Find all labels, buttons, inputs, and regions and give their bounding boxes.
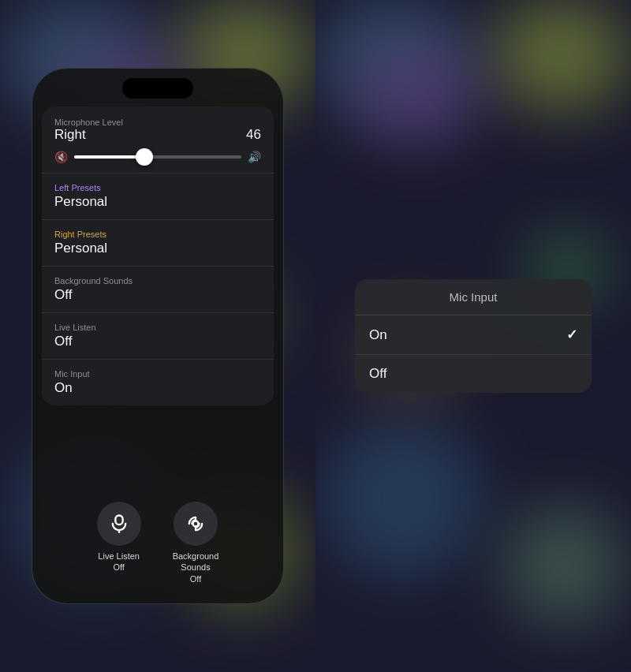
- mic-input-value: On: [54, 380, 261, 396]
- live-listen-button-label: Live ListenOff: [98, 551, 140, 573]
- background-sounds-button[interactable]: BackgroundSoundsOff: [173, 502, 219, 584]
- dropdown-title: Mic Input: [355, 279, 592, 315]
- live-listen-item[interactable]: Live Listen Off: [42, 313, 274, 360]
- dynamic-island: [122, 78, 193, 99]
- left-presets-label: Left Presets: [54, 183, 261, 192]
- volume-high-icon: 🔊: [248, 151, 261, 163]
- mic-input-label: Mic Input: [54, 369, 261, 379]
- slider-track[interactable]: [74, 155, 241, 159]
- mic-level-section: Microphone Level Right 46 🔇 🔊: [42, 106, 274, 174]
- right-presets-label: Right Presets: [54, 230, 261, 239]
- mic-input-dropdown: Mic Input On ✓ Off: [355, 279, 592, 393]
- background-sounds-item[interactable]: Background Sounds Off: [42, 267, 274, 313]
- live-listen-icon: [108, 513, 130, 535]
- left-panel: Microphone Level Right 46 🔇 🔊: [0, 0, 316, 672]
- mic-input-item[interactable]: Mic Input On: [42, 360, 274, 405]
- mic-level-number: 46: [246, 127, 261, 143]
- right-panel: Mic Input On ✓ Off: [316, 0, 631, 672]
- mic-level-value: Right: [54, 127, 86, 143]
- slider-thumb[interactable]: [136, 148, 153, 166]
- settings-menu: Microphone Level Right 46 🔇 🔊: [42, 106, 274, 405]
- dropdown-option-on-label: On: [369, 327, 387, 343]
- background-sounds-button-label: BackgroundSoundsOff: [173, 551, 219, 584]
- right-presets-item[interactable]: Right Presets Personal: [42, 220, 274, 267]
- volume-slider-row: 🔇 🔊: [54, 151, 261, 163]
- checkmark-icon: ✓: [566, 327, 577, 343]
- background-sounds-label: Background Sounds: [54, 276, 261, 286]
- svg-point-0: [193, 521, 199, 527]
- dropdown-option-off[interactable]: Off: [355, 355, 592, 393]
- dropdown-popup: Mic Input On ✓ Off: [355, 279, 592, 393]
- background-sounds-value: Off: [54, 287, 261, 303]
- dropdown-option-on[interactable]: On ✓: [355, 315, 592, 355]
- phone-frame: Microphone Level Right 46 🔇 🔊: [32, 68, 284, 604]
- left-presets-item[interactable]: Left Presets Personal: [42, 174, 274, 220]
- live-listen-value: Off: [54, 334, 261, 349]
- mic-level-label: Microphone Level: [54, 118, 261, 127]
- right-presets-value: Personal: [54, 241, 261, 256]
- slider-fill: [74, 155, 144, 159]
- volume-low-icon: 🔇: [54, 151, 68, 163]
- live-listen-button[interactable]: Live ListenOff: [97, 502, 141, 584]
- background-sounds-icon: [185, 513, 207, 535]
- bottom-icons-row: Live ListenOff Bac: [32, 489, 283, 603]
- live-listen-label: Live Listen: [54, 323, 261, 332]
- left-presets-value: Personal: [54, 194, 261, 210]
- dropdown-option-off-label: Off: [369, 366, 386, 382]
